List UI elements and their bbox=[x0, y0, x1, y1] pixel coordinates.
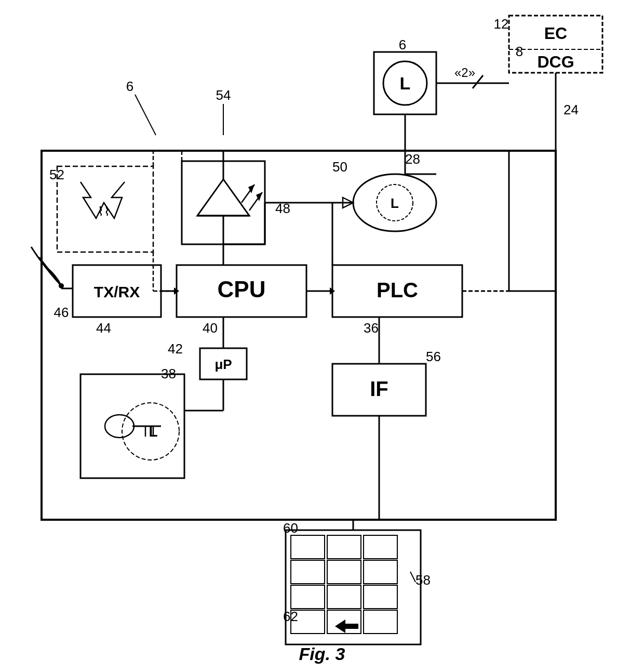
svg-rect-41 bbox=[327, 560, 361, 584]
svg-rect-42 bbox=[364, 560, 397, 584]
ec-label: EC bbox=[544, 24, 567, 43]
label-6-main: 6 bbox=[126, 78, 133, 94]
svg-point-31 bbox=[105, 415, 134, 438]
svg-line-9 bbox=[135, 95, 156, 135]
label-2: «2» bbox=[454, 65, 475, 80]
svg-marker-48 bbox=[335, 620, 358, 633]
label-54: 54 bbox=[216, 87, 231, 103]
svg-line-50 bbox=[410, 572, 415, 582]
label-44: 44 bbox=[96, 320, 111, 336]
label-50: 50 bbox=[332, 159, 347, 175]
svg-rect-49 bbox=[364, 610, 397, 634]
label-38: 38 bbox=[161, 366, 176, 381]
svg-rect-43 bbox=[291, 585, 325, 609]
label-28: 28 bbox=[405, 151, 420, 167]
fig-label: Fig. 3 bbox=[299, 644, 345, 664]
label-52: 52 bbox=[49, 167, 64, 182]
l-internal-label: L bbox=[391, 195, 399, 211]
l-external-label: L bbox=[400, 73, 411, 93]
label-56: 56 bbox=[426, 349, 441, 364]
cpu-label: CPU bbox=[218, 276, 266, 302]
if-label: IF bbox=[370, 377, 388, 400]
label-60: 60 bbox=[283, 520, 298, 536]
label-6-top: 6 bbox=[399, 37, 406, 52]
label-12: 12 bbox=[494, 16, 509, 32]
label-46: 46 bbox=[54, 305, 69, 320]
label-40: 40 bbox=[203, 320, 218, 336]
label-24: 24 bbox=[564, 102, 579, 117]
svg-rect-45 bbox=[364, 585, 397, 609]
svg-rect-44 bbox=[327, 585, 361, 609]
label-42: 42 bbox=[168, 341, 183, 357]
up-label: μP bbox=[214, 357, 232, 372]
svg-marker-12 bbox=[197, 179, 249, 216]
svg-rect-38 bbox=[327, 535, 361, 559]
label-36: 36 bbox=[364, 320, 379, 336]
dcg-label: DCG bbox=[537, 52, 574, 71]
label-8: 8 bbox=[516, 44, 523, 59]
svg-rect-40 bbox=[291, 560, 325, 584]
label-58: 58 bbox=[415, 572, 431, 588]
label-62: 62 bbox=[283, 609, 298, 624]
plc-label: PLC bbox=[377, 279, 418, 301]
svg-rect-39 bbox=[364, 535, 397, 559]
diagram: EC DCG 12 8 L 6 «2» 24 6 54 bbox=[0, 0, 644, 672]
svg-rect-37 bbox=[291, 535, 325, 559]
txrx-label: TX/RX bbox=[94, 283, 140, 300]
